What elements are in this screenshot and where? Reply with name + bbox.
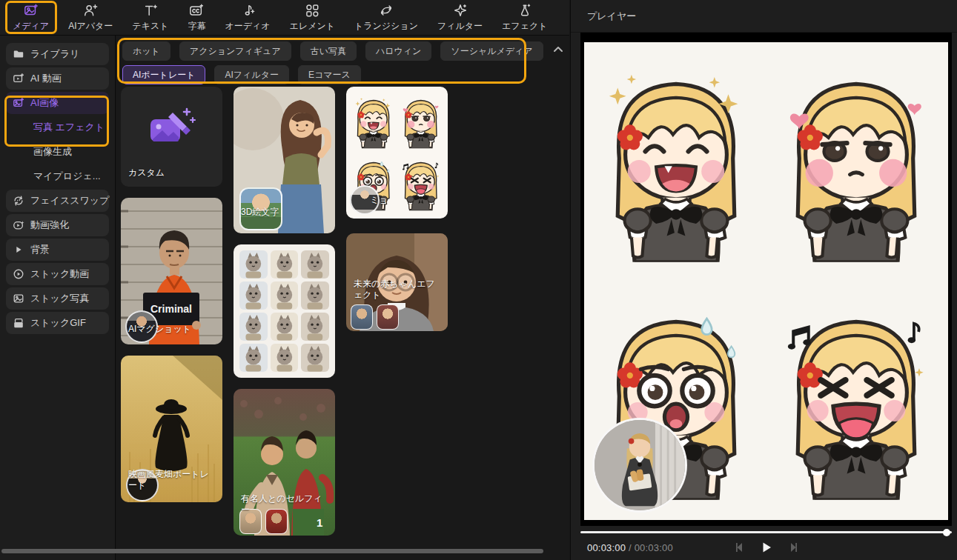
tab-label: エフェクト bbox=[502, 20, 547, 33]
chip-old-photo[interactable]: 古い写真 bbox=[300, 41, 357, 61]
seek-bar[interactable] bbox=[580, 529, 952, 536]
chip-ecommerce[interactable]: Eコマース bbox=[298, 65, 361, 84]
horizontal-scrollbar[interactable] bbox=[1, 549, 543, 553]
player-panel: プレイヤー bbox=[570, 0, 957, 560]
card-cat-portraits[interactable] bbox=[234, 244, 335, 378]
chip-ai-portrait[interactable]: AIポートレート bbox=[122, 65, 205, 84]
chip-label: AIフィルター bbox=[225, 69, 278, 81]
tab-ai-avatar[interactable]: AIアバター bbox=[59, 1, 122, 35]
tab-label: メディア bbox=[13, 20, 49, 33]
sidebar-item-label: 動画強化 bbox=[30, 219, 69, 232]
seek-handle[interactable] bbox=[943, 529, 950, 536]
tab-media[interactable]: メディア bbox=[3, 1, 59, 35]
sidebar-item-ai-image[interactable]: AI画像 bbox=[6, 92, 109, 114]
tab-audio[interactable]: オーディオ bbox=[215, 1, 279, 35]
sidebar-item-ai-video[interactable]: AI 動画 bbox=[6, 67, 109, 90]
chip-label: アクションフィギュア bbox=[190, 45, 281, 58]
play-button[interactable] bbox=[758, 539, 775, 556]
chip-label: Eコマース bbox=[308, 69, 351, 81]
cat-thumb bbox=[301, 281, 329, 310]
sidebar-item-label: マイプロジェ... bbox=[33, 170, 101, 183]
svg-text:1: 1 bbox=[317, 516, 322, 529]
ai-image-icon bbox=[13, 97, 24, 109]
card-3d-emoji[interactable]: 3D絵文字 bbox=[234, 87, 335, 233]
chip-ai-filter[interactable]: AIフィルター bbox=[214, 65, 288, 84]
card-label: 3D絵文字 bbox=[241, 207, 279, 219]
photo-icon bbox=[13, 293, 24, 304]
card-ai-mugshot[interactable]: Criminal AIマグショット bbox=[121, 198, 222, 344]
chibi-laugh-panel bbox=[592, 62, 761, 262]
sidebar-item-stock-gif[interactable]: GIF ストックGIF bbox=[6, 312, 109, 334]
text-icon bbox=[143, 3, 158, 18]
cat-thumb bbox=[239, 344, 268, 372]
sidebar-item-label: ストックGIF bbox=[30, 316, 86, 330]
tab-subtitles[interactable]: 字幕 bbox=[178, 1, 215, 35]
tab-transitions[interactable]: トランジション bbox=[345, 1, 428, 35]
chibi-pout-mini bbox=[398, 91, 444, 152]
card-wheat-portrait[interactable]: 映画風麦畑ポートレート bbox=[121, 356, 222, 502]
tab-label: オーディオ bbox=[225, 20, 270, 33]
card-label: AIマグショット bbox=[128, 324, 191, 336]
player-header: プレイヤー bbox=[571, 0, 957, 33]
parent-photo-thumb bbox=[377, 304, 399, 330]
sidebar-item-photo-effects[interactable]: 写真 エフェクト bbox=[6, 116, 109, 139]
card-label: 映画風麦畑ポートレート bbox=[128, 469, 216, 492]
player-title: プレイヤー bbox=[587, 10, 636, 23]
sidebar-item-stock-video[interactable]: ストック動画 bbox=[6, 263, 109, 285]
chip-social-media[interactable]: ソーシャルメディア bbox=[440, 41, 543, 61]
total-time: 00:03:00 bbox=[635, 542, 673, 553]
chip-hot[interactable]: ホット bbox=[122, 41, 170, 61]
chibi-xd-mini bbox=[398, 153, 444, 214]
video-enhance-icon bbox=[13, 219, 24, 231]
tab-effects[interactable]: エフェクト bbox=[492, 1, 557, 35]
tab-elements[interactable]: エレメント bbox=[280, 1, 345, 35]
previous-frame-button[interactable] bbox=[732, 539, 748, 556]
cat-thumb bbox=[239, 281, 268, 310]
sidebar: ライブラリ AI 動画 AI画像 写真 エフェクト 画像生成 マイプロジェ...… bbox=[0, 36, 116, 560]
sidebar-item-library[interactable]: ライブラリ bbox=[6, 43, 109, 65]
gif-icon: GIF bbox=[13, 317, 24, 329]
filter-chip-row-2: AIポートレート AIフィルター Eコマース bbox=[122, 65, 361, 84]
avatar-icon bbox=[83, 3, 98, 18]
music-note-icon bbox=[240, 3, 255, 18]
tab-label: フィルター bbox=[437, 20, 483, 33]
sidebar-item-face-swap[interactable]: フェイススワップ bbox=[6, 190, 109, 212]
source-photo bbox=[595, 420, 685, 510]
cat-thumb bbox=[301, 313, 329, 341]
playback-controls: 00:03:00 / 00:03:00 bbox=[580, 538, 952, 557]
card-label: 有名人とのセルフィー bbox=[241, 493, 328, 516]
sidebar-item-stock-photo[interactable]: ストック写真 bbox=[6, 287, 109, 310]
cc-icon bbox=[189, 3, 204, 18]
collapse-chips-button[interactable] bbox=[550, 41, 566, 58]
filter-chip-row-1: ホット アクションフィギュア 古い写真 ハロウィン ソーシャルメディア bbox=[122, 41, 543, 61]
cat-thumb bbox=[271, 344, 299, 372]
next-frame-button[interactable] bbox=[785, 539, 801, 556]
chibi-xd-panel bbox=[772, 300, 941, 500]
sidebar-item-image-generation[interactable]: 画像生成 bbox=[6, 141, 109, 163]
time-separator: / bbox=[626, 542, 634, 553]
tab-text[interactable]: テキスト bbox=[122, 1, 178, 35]
card-custom-template[interactable]: カスタム bbox=[121, 87, 222, 187]
previous-frame-icon bbox=[734, 541, 746, 553]
chip-action-figure[interactable]: アクションフィギュア bbox=[179, 41, 291, 61]
expand-triangle-icon bbox=[13, 244, 24, 256]
sidebar-item-label: フェイススワップ bbox=[30, 194, 109, 207]
tab-label: テキスト bbox=[132, 20, 168, 33]
tab-label: トランジション bbox=[354, 20, 418, 33]
card-celebrity-selfie[interactable]: 1 有名人とのセルフィー bbox=[234, 389, 335, 536]
card-chibi-sticker[interactable]: ミョ bbox=[346, 87, 448, 219]
media-icon bbox=[24, 3, 39, 18]
sidebar-item-background[interactable]: 背景 bbox=[6, 239, 109, 261]
tab-filters[interactable]: フィルター bbox=[428, 1, 492, 35]
chip-label: ハロウィン bbox=[376, 45, 421, 58]
sidebar-item-video-enhance[interactable]: 動画強化 bbox=[6, 214, 109, 236]
svg-text:GIF: GIF bbox=[16, 322, 23, 327]
time-display: 00:03:00 / 00:03:00 bbox=[587, 542, 673, 553]
sidebar-item-label: 写真 エフェクト bbox=[33, 121, 105, 134]
card-future-baby[interactable]: 未来の赤ちゃんエフェクト bbox=[346, 233, 448, 331]
cat-thumb bbox=[271, 281, 299, 310]
ai-video-icon bbox=[13, 73, 24, 84]
chip-halloween[interactable]: ハロウィン bbox=[365, 41, 431, 61]
sidebar-item-label: ライブラリ bbox=[30, 47, 80, 61]
sidebar-item-my-projects[interactable]: マイプロジェ... bbox=[6, 165, 109, 187]
